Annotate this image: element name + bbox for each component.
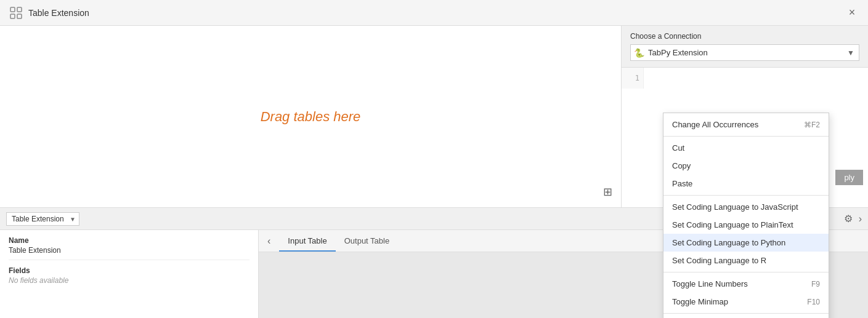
menu-item-change-all[interactable]: Change All Occurrences ⌘F2 — [663, 116, 829, 133]
menu-item-paste-label: Paste — [672, 179, 692, 188]
gear-icon[interactable]: ⚙ — [844, 213, 853, 225]
name-label: Name — [9, 236, 249, 245]
svg-rect-3 — [17, 14, 22, 18]
main-window: Table Extension × Drag tables here ⊞ Cho… — [0, 0, 868, 318]
svg-rect-2 — [10, 14, 15, 18]
context-menu: Change All Occurrences ⌘F2 Cut Copy Past… — [663, 113, 829, 318]
connection-section: Choose a Connection 🐍 TabPy Extension ▼ — [622, 26, 868, 68]
menu-item-set-js-label: Set Coding Language to JavaScript — [672, 202, 798, 212]
menu-item-set-plain-label: Set Coding Language to PlainText — [672, 220, 793, 229]
drag-area: Drag tables here — [0, 26, 621, 207]
menu-item-toggle-minimap-shortcut: F10 — [807, 298, 820, 306]
fields-empty: No fields available — [9, 276, 249, 285]
menu-item-set-r-label: Set Coding Language to R — [672, 256, 766, 265]
line-number-1: 1 — [625, 74, 639, 82]
menu-item-change-all-label: Change All Occurrences — [672, 120, 758, 129]
svg-rect-1 — [17, 7, 22, 12]
svg-rect-0 — [10, 7, 15, 12]
menu-item-cut[interactable]: Cut — [663, 139, 829, 157]
extension-select[interactable]: Table Extension — [6, 212, 79, 226]
line-numbers: 1 — [622, 68, 644, 89]
menu-item-copy[interactable]: Copy — [663, 157, 829, 175]
expand-right-icon[interactable]: › — [859, 213, 862, 225]
menu-separator-2 — [663, 195, 829, 196]
left-info-panel: Name Table Extension Fields No fields av… — [0, 230, 259, 318]
menu-item-copy-label: Copy — [672, 161, 691, 170]
apply-button[interactable]: ply — [835, 170, 863, 185]
expand-icon[interactable]: ⊞ — [603, 185, 612, 199]
menu-item-set-python-label: Set Coding Language to Python — [672, 238, 785, 247]
menu-item-change-all-shortcut: ⌘F2 — [804, 121, 820, 129]
tab-nav-left-icon[interactable]: ‹ — [265, 234, 273, 248]
menu-separator-3 — [663, 272, 829, 272]
extension-icon — [9, 6, 23, 20]
name-value: Table Extension — [9, 246, 249, 260]
menu-item-cut-label: Cut — [672, 143, 684, 153]
python-icon: 🐍 — [634, 48, 644, 58]
menu-item-paste[interactable]: Paste — [663, 175, 829, 193]
menu-item-toggle-line-numbers-label: Toggle Line Numbers — [672, 279, 748, 288]
menu-separator-4 — [663, 313, 829, 314]
menu-item-set-plain[interactable]: Set Coding Language to PlainText — [663, 216, 829, 234]
connection-select-wrap: 🐍 TabPy Extension ▼ — [630, 44, 859, 61]
extension-select-wrap: Table Extension ▼ — [6, 212, 79, 226]
tab-input-table[interactable]: Input Table — [279, 231, 335, 252]
menu-item-set-python[interactable]: Set Coding Language to Python — [663, 234, 829, 252]
title-bar: Table Extension × — [0, 0, 868, 26]
left-panel: Drag tables here ⊞ — [0, 26, 622, 207]
close-button[interactable]: × — [845, 6, 859, 20]
window-title: Table Extension — [28, 8, 89, 18]
menu-item-toggle-minimap-label: Toggle Minimap — [672, 297, 728, 306]
connection-select[interactable]: TabPy Extension — [630, 44, 859, 61]
tab-output-table[interactable]: Output Table — [336, 231, 398, 252]
menu-item-set-r[interactable]: Set Coding Language to R — [663, 252, 829, 269]
connection-label: Choose a Connection — [630, 32, 859, 41]
fields-label: Fields — [9, 266, 249, 275]
apply-btn-area: ply — [830, 167, 868, 188]
menu-separator-1 — [663, 136, 829, 137]
menu-item-set-js[interactable]: Set Coding Language to JavaScript — [663, 198, 829, 216]
toolbar-right: ⚙ › — [844, 213, 862, 225]
menu-item-toggle-line-numbers[interactable]: Toggle Line Numbers F9 — [663, 275, 829, 293]
drag-tables-text: Drag tables here — [261, 109, 361, 125]
menu-item-toggle-line-numbers-shortcut: F9 — [811, 280, 820, 288]
menu-item-toggle-minimap[interactable]: Toggle Minimap F10 — [663, 293, 829, 311]
